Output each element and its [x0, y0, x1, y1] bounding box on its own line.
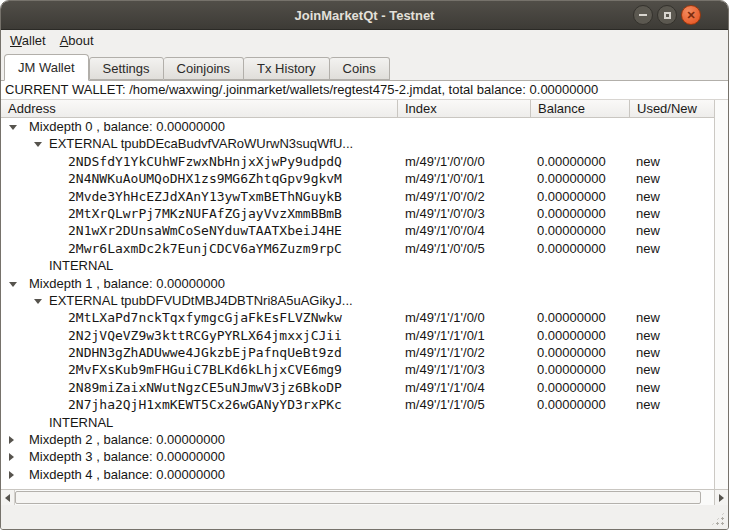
address-row[interactable]: 2N4NWKuAoUMQoDHX1zs9MG6ZhtqGpv9gkvMm/49'…: [1, 170, 714, 187]
mixdepth-row[interactable]: Mixdepth 2 , balance: 0.00000000: [1, 431, 714, 448]
cell-balance: [531, 275, 630, 292]
scroll-right-button[interactable]: [714, 490, 728, 505]
column-header-used-new[interactable]: Used/New: [630, 100, 714, 117]
menubar: WalletAbout: [1, 30, 728, 52]
address-row[interactable]: 2N89miZaixNWutNgzCE5uNJmwV3jz6BkoDPm/49'…: [1, 379, 714, 396]
app-window: JoinMarketQt - Testnet ✕ WalletAbout JM …: [0, 0, 729, 530]
cell-balance: 0.00000000: [531, 309, 630, 326]
cell-address: EXTERNAL tpubDFVUDtMBJ4DBTNri8A5uAGikyJ.…: [1, 292, 398, 309]
row-label: Mixdepth 3 , balance: 0.00000000: [29, 449, 225, 464]
vertical-scrollbar[interactable]: [714, 100, 728, 489]
cell-address: 2N2jVQeVZ9w3kttRCGyPYRLX64jmxxjCJii: [1, 327, 398, 344]
collapse-arrow-icon[interactable]: [34, 142, 42, 147]
cell-balance: 0.00000000: [531, 379, 630, 396]
cell-index: m/49'/1'/0'/0/5: [398, 240, 531, 257]
cell-index: [398, 275, 531, 292]
cell-index: [398, 118, 531, 135]
cell-index: [398, 414, 531, 431]
mixdepth-row[interactable]: Mixdepth 1 , balance: 0.00000000: [1, 275, 714, 292]
cell-address: 2NDHN3gZhADUwwe4JGkzbEjPafnqUeBt9zd: [1, 344, 398, 361]
branch-row[interactable]: EXTERNAL tpubDEcaBudvfVARoWUrwN3suqWfU..…: [1, 135, 714, 152]
cell-address: 2MtXrQLwrPj7MKzNUFAfZGjayVvzXmmBBmB: [1, 205, 398, 222]
cell-balance: [531, 414, 630, 431]
maximize-button[interactable]: [657, 5, 677, 25]
tab-settings[interactable]: Settings: [89, 57, 164, 80]
cell-balance: 0.00000000: [531, 205, 630, 222]
tab-coins[interactable]: Coins: [330, 57, 390, 80]
expand-arrow-icon[interactable]: [9, 471, 14, 479]
cell-balance: [531, 135, 630, 152]
cell-status: new: [630, 153, 714, 170]
cell-index: m/49'/1'/1'/0/5: [398, 396, 531, 413]
cell-status: [630, 275, 714, 292]
row-label: Mixdepth 4 , balance: 0.00000000: [29, 467, 225, 482]
horizontal-scrollbar-track[interactable]: [701, 490, 714, 505]
current-wallet-banner: CURRENT WALLET: /home/waxwing/.joinmarke…: [1, 81, 728, 99]
minimize-button[interactable]: [633, 5, 653, 25]
collapse-arrow-icon[interactable]: [9, 125, 17, 130]
cell-index: m/49'/1'/0'/0/4: [398, 222, 531, 239]
horizontal-scrollbar-thumb[interactable]: [15, 491, 701, 504]
cell-index: [398, 135, 531, 152]
window-bottom-strip: [1, 505, 728, 529]
column-header-index[interactable]: Index: [398, 100, 531, 117]
branch-row[interactable]: INTERNAL: [1, 414, 714, 431]
minimize-icon: [639, 14, 647, 16]
close-button[interactable]: ✕: [681, 5, 701, 25]
address-row[interactable]: 2Mwr6LaxmDc2k7EunjCDCV6aYM6Zuzm9rpCm/49'…: [1, 240, 714, 257]
branch-row[interactable]: INTERNAL: [1, 257, 714, 274]
cell-index: [398, 292, 531, 309]
cell-status: [630, 292, 714, 309]
cell-balance: [531, 448, 630, 465]
collapse-arrow-icon[interactable]: [34, 299, 42, 304]
cell-address: 2MvFXsKub9mFHGuiC7BLKd6kLhjxCVE6mg9: [1, 361, 398, 378]
cell-address: Mixdepth 0 , balance: 0.00000000: [1, 118, 398, 135]
expand-arrow-icon[interactable]: [9, 453, 14, 461]
tab-jm-wallet[interactable]: JM Wallet: [4, 54, 89, 81]
cell-index: m/49'/1'/0'/0/0: [398, 153, 531, 170]
resize-grip-icon[interactable]: [711, 512, 725, 526]
scroll-left-button[interactable]: [1, 490, 15, 505]
address-text: 2N89miZaixNWutNgzCE5uNJmwV3jz6BkoDP: [68, 380, 342, 395]
mixdepth-row[interactable]: Mixdepth 3 , balance: 0.00000000: [1, 448, 714, 465]
cell-status: [630, 466, 714, 483]
cell-address: INTERNAL: [1, 414, 398, 431]
address-row[interactable]: 2MtXrQLwrPj7MKzNUFAfZGjayVvzXmmBBmBm/49'…: [1, 205, 714, 222]
address-row[interactable]: 2MvFXsKub9mFHGuiC7BLKd6kLhjxCVE6mg9m/49'…: [1, 361, 714, 378]
tab-coinjoins[interactable]: Coinjoins: [164, 57, 244, 80]
address-row[interactable]: 2N1wXr2DUnsaWmCoSeNYduwTAATXbeiJ4HEm/49'…: [1, 222, 714, 239]
address-row[interactable]: 2MtLXaPd7nckTqxfymgcGjaFkEsFLVZNwkwm/49'…: [1, 309, 714, 326]
arrow-right-icon: [719, 494, 724, 502]
cell-status: [630, 431, 714, 448]
address-row[interactable]: 2NDSfdY1YkCUhWFzwxNbHnjxXjwPy9udpdQm/49'…: [1, 153, 714, 170]
cell-status: [630, 257, 714, 274]
menu-item-wallet[interactable]: Wallet: [3, 30, 53, 52]
expand-arrow-icon[interactable]: [9, 436, 14, 444]
address-row[interactable]: 2N2jVQeVZ9w3kttRCGyPYRLX64jmxxjCJiim/49'…: [1, 327, 714, 344]
horizontal-scrollbar[interactable]: [1, 489, 728, 505]
address-text: 2N1wXr2DUnsaWmCoSeNYduwTAATXbeiJ4HE: [68, 223, 342, 238]
mixdepth-row[interactable]: Mixdepth 0 , balance: 0.00000000: [1, 118, 714, 135]
cell-index: m/49'/1'/0'/0/3: [398, 205, 531, 222]
cell-index: [398, 431, 531, 448]
cell-index: m/49'/1'/1'/0/1: [398, 327, 531, 344]
cell-address: 2N1wXr2DUnsaWmCoSeNYduwTAATXbeiJ4HE: [1, 222, 398, 239]
address-text: 2NDSfdY1YkCUhWFzwxNbHnjxXjwPy9udpdQ: [68, 154, 342, 169]
row-label: EXTERNAL tpubDEcaBudvfVARoWUrwN3suqWfU..…: [49, 136, 353, 151]
column-header-balance[interactable]: Balance: [531, 100, 630, 117]
cell-balance: 0.00000000: [531, 361, 630, 378]
tab-tx-history[interactable]: Tx History: [244, 57, 330, 80]
address-row[interactable]: 2NDHN3gZhADUwwe4JGkzbEjPafnqUeBt9zdm/49'…: [1, 344, 714, 361]
collapse-arrow-icon[interactable]: [9, 282, 17, 287]
branch-row[interactable]: EXTERNAL tpubDFVUDtMBJ4DBTNri8A5uAGikyJ.…: [1, 292, 714, 309]
address-row[interactable]: 2N7jha2QjH1xmKEWT5Cx26wGANyYD3rxPKcm/49'…: [1, 396, 714, 413]
mixdepth-row[interactable]: Mixdepth 4 , balance: 0.00000000: [1, 466, 714, 483]
cell-index: m/49'/1'/0'/0/2: [398, 188, 531, 205]
tabbar: JM WalletSettingsCoinjoinsTx HistoryCoin…: [1, 52, 728, 81]
titlebar[interactable]: JoinMarketQt - Testnet ✕: [1, 1, 728, 30]
address-row[interactable]: 2Mvde3YhHcEZJdXAnY13ywTxmBEThNGuykBm/49'…: [1, 188, 714, 205]
cell-status: new: [630, 240, 714, 257]
column-header-address[interactable]: Address: [1, 100, 398, 117]
menu-item-about[interactable]: About: [53, 30, 101, 52]
cell-status: new: [630, 188, 714, 205]
